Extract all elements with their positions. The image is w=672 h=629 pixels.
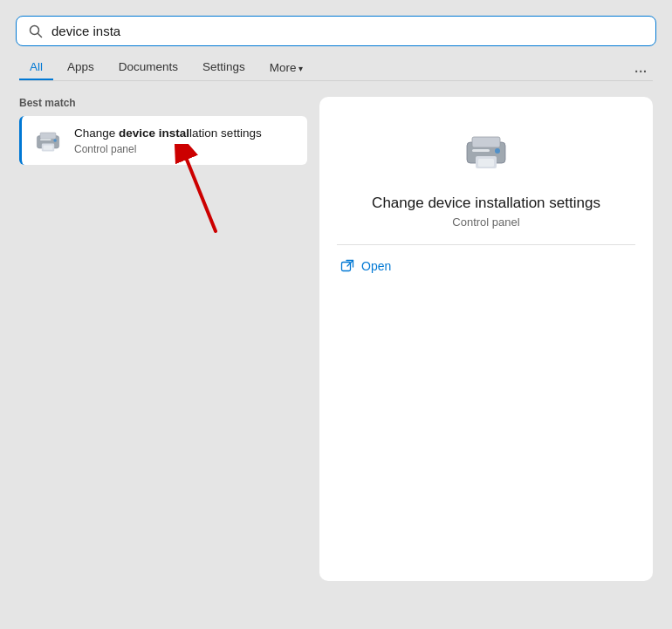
result-title: Change device installation settings <box>74 126 262 141</box>
right-title: Change device installation settings <box>372 195 600 212</box>
tab-settings[interactable]: Settings <box>192 55 256 80</box>
open-button[interactable]: Open <box>340 259 391 273</box>
tab-apps[interactable]: Apps <box>57 55 105 80</box>
left-panel: Best match Change device installation se… <box>19 97 307 581</box>
tab-documents[interactable]: Documents <box>108 55 189 80</box>
tabs-row: All Apps Documents Settings More ▾ ... <box>0 46 672 80</box>
right-subtitle: Control panel <box>452 215 519 229</box>
more-options-icon[interactable]: ... <box>629 59 653 77</box>
svg-rect-16 <box>342 263 351 271</box>
main-content: Best match Change device installation se… <box>0 81 672 597</box>
svg-rect-11 <box>472 137 500 147</box>
search-icon <box>29 24 43 38</box>
right-panel: Change device installation settings Cont… <box>319 97 653 581</box>
svg-rect-15 <box>472 149 490 152</box>
svg-rect-5 <box>44 145 53 149</box>
svg-rect-13 <box>478 159 494 167</box>
tab-more[interactable]: More ▾ <box>259 56 313 79</box>
search-input[interactable] <box>51 24 643 38</box>
result-text: Change device installation settings Cont… <box>74 126 262 155</box>
chevron-down-icon: ▾ <box>298 64 303 73</box>
right-divider <box>337 244 635 245</box>
result-subtitle: Control panel <box>74 143 262 155</box>
svg-rect-3 <box>40 133 56 139</box>
svg-point-6 <box>53 139 57 142</box>
svg-line-1 <box>38 33 42 37</box>
best-match-label: Best match <box>19 97 307 109</box>
open-external-icon <box>340 259 354 273</box>
svg-point-14 <box>495 148 500 154</box>
open-label: Open <box>361 259 391 273</box>
right-device-icon <box>458 123 514 179</box>
tab-all[interactable]: All <box>19 55 53 80</box>
device-svg <box>32 125 64 156</box>
svg-rect-7 <box>40 139 51 140</box>
device-icon <box>32 125 64 156</box>
result-item[interactable]: Change device installation settings Cont… <box>19 116 307 165</box>
search-bar <box>16 16 656 46</box>
